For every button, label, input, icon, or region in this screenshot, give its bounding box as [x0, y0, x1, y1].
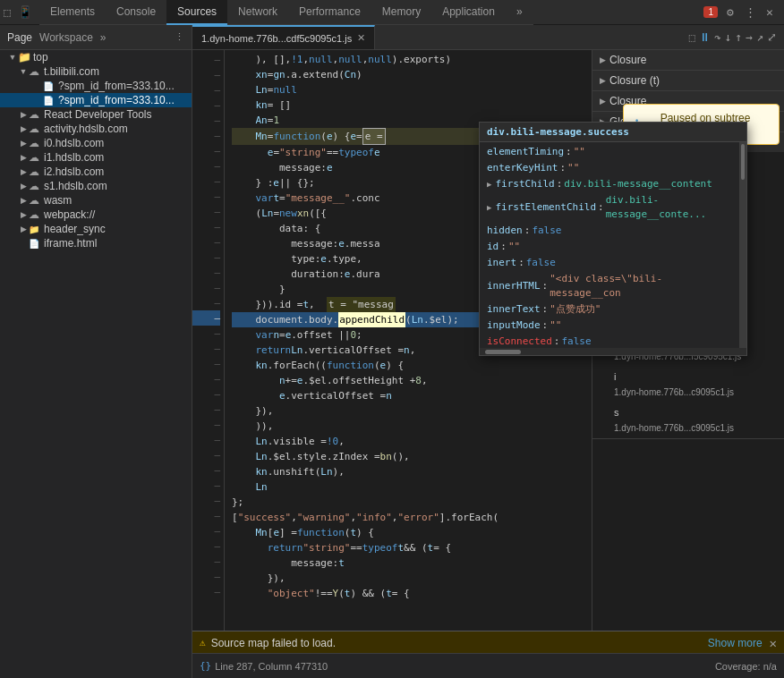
tab-page[interactable]: Page — [7, 31, 32, 44]
tree-item-i0[interactable]: ▶ ☁ i0.hdslb.com — [0, 136, 192, 150]
tree-item-file2[interactable]: 📄 ?spm_id_from=333.10... — [0, 93, 192, 107]
dont-pause-icon[interactable]: ⤢ — [767, 30, 777, 44]
tab-network[interactable]: Network — [227, 0, 288, 25]
cloud-icon: ☁ — [29, 65, 41, 78]
closure-header-1[interactable]: ▶ Closure — [592, 50, 784, 70]
tree-item-top[interactable]: ▼ 📁 top — [0, 50, 192, 64]
warning-close-button[interactable]: ✕ — [770, 636, 777, 650]
code-line: }), — [232, 403, 592, 419]
tab-more[interactable]: » — [506, 0, 533, 25]
tooltip-rows[interactable]: elementTiming : "" enterKeyHint : "" ▶ f… — [480, 142, 739, 348]
deactivate-icon[interactable]: ↗ — [756, 30, 763, 44]
code-line: ["success", "warning", "info", "error"].… — [232, 510, 592, 525]
settings-icon[interactable]: ⚙ — [723, 5, 737, 20]
format-icon[interactable]: ⬚ — [689, 31, 695, 44]
tree-item-i1[interactable]: ▶ ☁ i1.hdslb.com — [0, 150, 192, 165]
warning-icon: ⚠ — [200, 637, 206, 648]
expand-arrow-icon: ▶ — [487, 200, 491, 215]
tab-performance[interactable]: Performance — [288, 0, 371, 25]
code-line: }; — [232, 495, 592, 510]
cloud-icon-i2: ☁ — [29, 165, 41, 178]
tree-item-s1[interactable]: ▶ ☁ s1.hdslb.com — [0, 179, 192, 193]
tooltip-h-scrollbar[interactable] — [480, 348, 746, 355]
expand-arrow-collapsed: ▶ — [18, 167, 29, 176]
editor-action-icons: ⬚ ⏸ ↷ ↓ ↑ → ↗ ⤢ — [689, 30, 784, 44]
sidebar-kebab[interactable]: ⋮ — [175, 31, 184, 43]
show-more-button[interactable]: Show more — [708, 637, 763, 649]
tree-item-iframe[interactable]: 📄 iframe.html — [0, 236, 192, 250]
frame-file-i: 1.dyn-home.776b...c9095c1.js — [614, 385, 777, 401]
tab-application[interactable]: Application — [431, 0, 506, 25]
tab-elements[interactable]: Elements — [39, 0, 106, 25]
active-file-tab[interactable]: 1.dyn-home.776b...cdf5c9095c1.js ✕ — [192, 25, 375, 49]
tree-item-activity[interactable]: ▶ ☁ activity.hdslb.com — [0, 122, 192, 136]
cloud-icon-react: ☁ — [29, 108, 41, 121]
tree-item-i2[interactable]: ▶ ☁ i2.hdslb.com — [0, 165, 192, 179]
device-icon[interactable]: 📱 — [18, 5, 32, 20]
tree-item-react[interactable]: ▶ ☁ React Developer Tools — [0, 107, 192, 122]
tab-workspace[interactable]: Workspace — [39, 31, 93, 44]
tree-label-wasm: wasm — [44, 194, 72, 207]
tab-more-btn[interactable]: » — [100, 31, 107, 44]
code-line: ), [], !1, null, null, null).exports) — [232, 52, 592, 67]
tree-item-webpack[interactable]: ▶ ☁ webpack:// — [0, 208, 192, 222]
tree-item-tbilibili[interactable]: ▼ ☁ t.bilibili.com — [0, 64, 192, 79]
tab-console[interactable]: Console — [106, 0, 166, 25]
callstack-frame-i[interactable]: i 1.dyn-home.776b...c9095c1.js — [592, 367, 784, 403]
tooltip-row-inert: inert : false — [480, 255, 739, 271]
tree-label-i1: i1.hdslb.com — [44, 151, 104, 164]
expand-arrow-collapsed: ▶ — [18, 210, 29, 219]
code-line: kn.forEach((function(e) { — [232, 358, 592, 373]
folder-icon-header: 📁 — [29, 225, 41, 234]
scrollbar-thumb[interactable] — [741, 144, 745, 180]
close-icon[interactable]: ✕ — [763, 5, 777, 20]
code-line: kn.unshift(Ln), — [232, 464, 592, 479]
tooltip-row-firstElementChild[interactable]: ▶ firstElementChild : div.bili-message__… — [480, 192, 739, 223]
expand-arrow-collapsed: ▶ — [18, 139, 29, 148]
code-line: kn = [] — [232, 97, 592, 113]
step-over-icon[interactable]: ↷ — [714, 30, 721, 44]
step-icon[interactable]: → — [746, 30, 753, 44]
expand-arrow-collapsed: ▶ — [18, 182, 29, 191]
code-line: n += e.$el.offsetHeight + 8, — [232, 373, 592, 388]
tab-sources[interactable]: Sources — [166, 0, 227, 25]
status-bar: {} Line 287, Column 477310 Coverage: n/a — [192, 653, 784, 678]
warning-banner: ⚠ Source map failed to load. Show more ✕ — [192, 631, 784, 654]
cloud-icon-activity: ☁ — [29, 123, 41, 135]
step-out-icon[interactable]: ↑ — [736, 30, 743, 44]
file-tab-close[interactable]: ✕ — [357, 32, 365, 44]
tooltip-scrollbar[interactable] — [739, 142, 746, 348]
expand-arrow: ▼ — [18, 67, 29, 76]
file-tab-name: 1.dyn-home.776b...cdf5c9095c1.js — [201, 33, 352, 44]
tooltip-row-elementTiming: elementTiming : "" — [480, 144, 739, 160]
step-into-icon[interactable]: ↓ — [725, 30, 732, 44]
cloud-icon-i1: ☁ — [29, 151, 41, 164]
tooltip-header: div.bili-message.success — [480, 123, 746, 142]
closure-header-2[interactable]: ▶ Closure (t) — [592, 71, 784, 90]
tree-item-header[interactable]: ▶ 📁 header_sync — [0, 222, 192, 236]
file-icon-iframe: 📄 — [29, 239, 41, 249]
expand-arrow-collapsed: ▶ — [18, 225, 29, 233]
tab-memory[interactable]: Memory — [371, 0, 431, 25]
cloud-icon-s1: ☁ — [29, 180, 41, 192]
file-icon-red: 📄 — [43, 96, 55, 106]
pause-icon[interactable]: ⏸ — [699, 30, 711, 44]
code-line: Ln — [232, 479, 592, 495]
tree-label-webpack: webpack:// — [44, 208, 95, 221]
tree-item-wasm[interactable]: ▶ ☁ wasm — [0, 193, 192, 208]
tooltip-row-hidden: hidden : false — [480, 223, 739, 239]
subtab-left: Page Workspace » ⋮ — [0, 25, 192, 49]
inspect-icon[interactable]: ⬚ — [0, 5, 14, 20]
callstack-frame-s[interactable]: s 1.dyn-home.776b...c9095c1.js — [592, 403, 784, 438]
code-line: xn = gn.a.extend(Cn) — [232, 67, 592, 82]
tooltip-row-firstChild[interactable]: ▶ firstChild : div.bili-message__content — [480, 176, 739, 192]
code-line: "object" !== Y(t) && (t = { — [232, 586, 592, 601]
more-icon[interactable]: ⋮ — [743, 5, 757, 20]
panel-closure-2: ▶ Closure (t) — [592, 71, 784, 91]
line-numbers: ––––– ––––– ––––– ––– ––––– ––––– ––––– … — [192, 50, 225, 667]
tooltip-h-thumb[interactable] — [485, 350, 521, 354]
tree-item-file1[interactable]: 📄 ?spm_id_from=333.10... — [0, 79, 192, 93]
status-curly-icon: {} — [200, 660, 211, 672]
tree-label-react: React Developer Tools — [44, 108, 152, 121]
status-coverage: Coverage: n/a — [715, 661, 777, 672]
